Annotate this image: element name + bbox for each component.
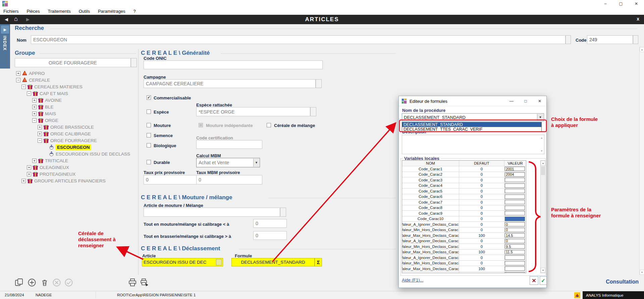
code-input[interactable]: 249 xyxy=(587,35,633,44)
print-export-button[interactable] xyxy=(140,278,149,287)
code-onic-input[interactable] xyxy=(144,60,323,69)
tree-item-mais[interactable]: +MAIS xyxy=(13,110,138,117)
durable-checkbox[interactable] xyxy=(147,160,151,164)
declassement-article-input[interactable]: ESCOURGEON ISSU DE DEC xyxy=(142,258,223,266)
commercialisable-checkbox[interactable] xyxy=(147,95,151,100)
tree-item-orge-brassicole[interactable]: +ORGE BRASSICOLE xyxy=(13,124,138,130)
valeur-cell-input[interactable] xyxy=(505,195,525,199)
valeur-cell-selected[interactable] xyxy=(505,217,525,221)
tree-item-proteagineux[interactable]: +PROTEAGINEUX xyxy=(13,171,138,177)
valeur-cell-input[interactable] xyxy=(505,178,525,182)
code-browse-button[interactable] xyxy=(633,35,638,44)
expand-icon[interactable]: + xyxy=(27,165,31,170)
brasserie-calibrage-input[interactable]: 0 xyxy=(253,231,287,240)
procedure-combobox[interactable]: DECLASSEMENT_STANDARD ▼ xyxy=(402,113,544,121)
formule-input[interactable]: DECLASSEMENT_STANDARD xyxy=(231,258,315,266)
valeur-cell-input[interactable] xyxy=(505,261,525,265)
collapse-icon[interactable]: − xyxy=(16,78,20,82)
dialog-maximize-button[interactable]: □ xyxy=(519,96,532,106)
mouture-calibrage-input[interactable]: 0 xyxy=(253,219,287,228)
page-close-button[interactable]: x xyxy=(637,16,639,22)
groupe-browse-button[interactable] xyxy=(131,58,137,67)
valeur-cell-input[interactable]: 0 xyxy=(505,222,525,226)
espece-rattachee-browse-button[interactable] xyxy=(310,107,316,116)
tree-item-oleagineux[interactable]: +OLEAGINEUX xyxy=(13,164,138,171)
menu-item-fichiers[interactable]: Fichiers xyxy=(0,9,23,14)
desc-scroll-down-icon[interactable]: ▼ xyxy=(540,150,543,153)
index-panel-tab[interactable]: ▶ INDEX xyxy=(0,24,10,69)
valeur-cell-input[interactable]: 0 xyxy=(505,228,525,232)
semence-checkbox[interactable] xyxy=(147,133,151,137)
valeur-cell-input[interactable] xyxy=(505,200,525,204)
collapse-icon[interactable]: − xyxy=(27,91,31,96)
expand-icon[interactable]: + xyxy=(32,159,37,163)
tree-item-triticale[interactable]: +TRITICALE xyxy=(13,157,138,164)
menu-item-outils[interactable]: Outils xyxy=(75,9,95,14)
valeur-cell-input[interactable] xyxy=(505,272,525,273)
tree-item-orge[interactable]: −ORGE xyxy=(13,117,138,124)
mouture-checkbox[interactable] xyxy=(147,123,151,127)
article-mouture-browse-button[interactable] xyxy=(280,208,286,217)
valeur-cell-input[interactable] xyxy=(505,266,525,271)
tree-item-escourgeon-issu-de-declass[interactable]: ESCOURGEON ISSU DE DECLASS xyxy=(13,151,138,157)
taux-mbm-input[interactable]: 0 xyxy=(196,175,262,184)
tree-item-cereale[interactable]: −CEREALE xyxy=(13,77,138,83)
expand-icon[interactable]: + xyxy=(21,179,26,183)
chevron-down-icon[interactable]: ▼ xyxy=(253,159,259,167)
menu-item-pices[interactable]: Pièces xyxy=(23,9,45,14)
valeur-cell-input[interactable]: 0 xyxy=(505,239,525,243)
campagne-browse-button[interactable] xyxy=(316,79,322,88)
procedure-option-0[interactable]: DECLASSEMENT_STANDARD xyxy=(402,122,541,127)
menu-item-paramtrages[interactable]: Paramétrages xyxy=(95,9,130,14)
expand-icon[interactable]: + xyxy=(32,98,37,102)
groupe-selected-input[interactable]: ORGE FOURRAGERE xyxy=(15,58,131,67)
scroll-up-icon[interactable]: ▲ xyxy=(640,47,644,52)
valeur-cell-input[interactable]: 9.5 xyxy=(505,244,525,249)
help-link[interactable]: Aide (F1)... xyxy=(402,277,423,283)
menu-item-traitements[interactable]: Traitements xyxy=(45,9,75,14)
campagne-input[interactable]: CAMPAGNE CEREALIERE xyxy=(144,79,316,88)
biologique-checkbox[interactable] xyxy=(147,143,151,147)
window-close-button[interactable]: ✕ xyxy=(629,0,644,7)
collapse-icon[interactable]: − xyxy=(38,138,42,143)
valeur-cell-input[interactable]: 14.5 xyxy=(505,233,525,238)
window-minimize-button[interactable]: – xyxy=(598,0,613,7)
procedure-option-1[interactable]: DECLASSEMENT_TTES_CARAC_VERIF xyxy=(402,127,541,132)
calcul-mbm-select[interactable]: Achat et Vente ▼ xyxy=(196,158,260,167)
nom-input[interactable]: ESCOURGEON xyxy=(31,35,566,44)
dialog-title-bar[interactable]: Editeur de formules — □ ✕ xyxy=(399,96,546,106)
espece-checkbox[interactable] xyxy=(147,110,151,114)
formula-editor-sigma-icon[interactable]: Σ xyxy=(315,258,322,266)
espece-rattachee-input[interactable]: *ESPECE ORGE xyxy=(196,107,310,116)
expand-icon[interactable]: + xyxy=(32,105,37,109)
scroll-down-icon[interactable]: ▼ xyxy=(640,270,644,275)
tree-item-ble[interactable]: +BLE xyxy=(13,103,138,110)
table-scroll-down-icon[interactable]: ▼ xyxy=(541,268,545,273)
expand-icon[interactable]: + xyxy=(38,125,42,129)
dialog-table-scrollbar[interactable]: ▲ ▼ xyxy=(540,160,546,273)
tree-item-avoine[interactable]: +AVOINE xyxy=(13,97,138,103)
dialog-close-button[interactable]: ✕ xyxy=(533,96,546,106)
table-scroll-thumb[interactable] xyxy=(541,166,545,175)
tree-item-cap-et-mais[interactable]: −CAP ET MAIS xyxy=(13,90,138,97)
chevron-down-icon[interactable]: ▼ xyxy=(537,114,543,121)
description-textarea[interactable]: ▲ ▼ xyxy=(402,135,544,154)
menu-item-?[interactable]: ? xyxy=(130,9,141,14)
tree-item-cereales-matieres[interactable]: −CEREALES MATIERES xyxy=(13,83,138,90)
article-mouture-input[interactable] xyxy=(144,208,280,217)
collapse-icon[interactable]: − xyxy=(32,118,37,123)
delete-button[interactable] xyxy=(40,278,49,287)
cereale-melange-checkbox[interactable] xyxy=(267,123,271,127)
expand-icon[interactable]: + xyxy=(38,132,42,136)
declassement-article-browse-button[interactable] xyxy=(216,259,222,265)
vertical-scrollbar[interactable]: ▲ ▼ xyxy=(639,47,644,275)
table-scroll-up-icon[interactable]: ▲ xyxy=(541,161,545,166)
valeur-cell-input[interactable] xyxy=(505,206,525,210)
expand-icon[interactable]: + xyxy=(27,172,31,176)
tree-item-orge-fourragere[interactable]: −ORGE FOURRAGERE xyxy=(13,137,138,144)
print-button[interactable] xyxy=(128,278,137,287)
valeur-cell-input[interactable]: 11.5 xyxy=(505,250,525,254)
add-button[interactable] xyxy=(28,278,36,287)
collapse-icon[interactable]: − xyxy=(21,85,26,89)
valeur-cell-input[interactable]: 2004 xyxy=(505,172,525,177)
